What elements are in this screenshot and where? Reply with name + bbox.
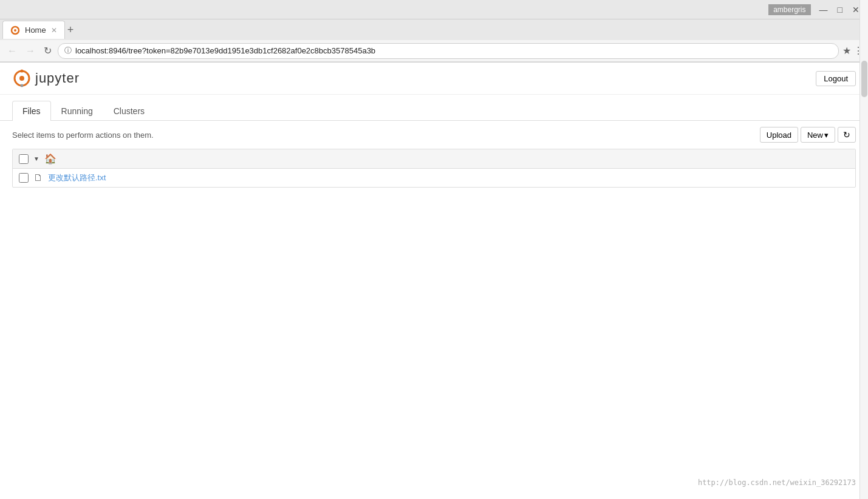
tab-close-button[interactable]: ✕ — [51, 26, 57, 35]
new-button[interactable]: New ▾ — [801, 127, 835, 143]
jupyter-logo-text: jupyter — [35, 70, 80, 86]
back-button[interactable]: ← — [5, 44, 19, 58]
scrollbar[interactable] — [859, 0, 868, 487]
jupyter-logo-icon — [12, 69, 32, 88]
refresh-button[interactable]: ↻ — [838, 127, 856, 143]
new-dropdown-arrow: ▾ — [824, 131, 829, 140]
url-text: localhost:8946/tree?token=82b9e7013e9dd1… — [75, 46, 832, 55]
address-bar: ← → ↻ ⓘ localhost:8946/tree?token=82b9e7… — [0, 40, 868, 62]
url-bar[interactable]: ⓘ localhost:8946/tree?token=82b9e7013e9d… — [58, 43, 839, 59]
home-button[interactable]: 🏠 — [44, 153, 56, 165]
toolbar-hint: Select items to perform actions on them. — [12, 131, 154, 140]
tab-favicon — [10, 25, 20, 35]
tab-files[interactable]: Files — [12, 101, 51, 121]
tab-running[interactable]: Running — [51, 101, 103, 121]
secure-icon: ⓘ — [64, 46, 72, 56]
table-row: 🗋 更改默认路径.txt — [13, 169, 855, 187]
title-bar-user: ambergris — [768, 4, 810, 15]
file-toolbar: Select items to perform actions on them.… — [0, 121, 868, 149]
window-controls: — □ ✕ — [816, 4, 863, 16]
browser-tab-home[interactable]: Home ✕ — [2, 21, 65, 39]
scrollbar-thumb[interactable] — [861, 61, 867, 97]
tab-clusters[interactable]: Clusters — [103, 101, 155, 121]
select-dropdown-arrow[interactable]: ▼ — [33, 155, 39, 162]
svg-point-5 — [21, 84, 24, 87]
file-list-header: ▼ 🏠 — [13, 149, 855, 169]
page-content: jupyter Logout Files Running Clusters Se… — [0, 63, 868, 487]
forward-button[interactable]: → — [23, 44, 38, 58]
tab-title: Home — [25, 25, 46, 35]
reload-button[interactable]: ↻ — [41, 44, 54, 58]
new-tab-button[interactable]: + — [67, 24, 74, 36]
file-list-container: ▼ 🏠 🗋 更改默认路径.txt — [12, 149, 856, 188]
watermark: http://blog.csdn.net/weixin_36292173 — [698, 478, 856, 487]
bookmark-button[interactable]: ★ — [842, 45, 851, 56]
minimize-button[interactable]: — — [816, 4, 832, 16]
browser-chrome: ambergris — □ ✕ Home ✕ + ← → ↻ ⓘ l — [0, 0, 868, 63]
toolbar-actions: Upload New ▾ ↻ — [760, 127, 856, 143]
file-link[interactable]: 更改默认路径.txt — [48, 172, 106, 183]
select-all-checkbox[interactable] — [19, 154, 29, 164]
svg-point-4 — [21, 70, 24, 73]
jupyter-header: jupyter Logout — [0, 63, 868, 95]
file-checkbox[interactable] — [19, 173, 29, 183]
file-icon: 🗋 — [33, 172, 43, 183]
nav-tabs: Files Running Clusters — [0, 95, 868, 121]
tab-bar: Home ✕ + — [0, 19, 868, 40]
new-button-label: New — [807, 131, 823, 140]
svg-point-3 — [19, 76, 24, 81]
upload-button[interactable]: Upload — [760, 127, 798, 143]
jupyter-logo: jupyter — [12, 69, 80, 88]
maximize-button[interactable]: □ — [834, 4, 846, 16]
title-bar: ambergris — □ ✕ — [0, 0, 868, 19]
svg-point-1 — [14, 29, 16, 32]
logout-button[interactable]: Logout — [816, 71, 856, 86]
